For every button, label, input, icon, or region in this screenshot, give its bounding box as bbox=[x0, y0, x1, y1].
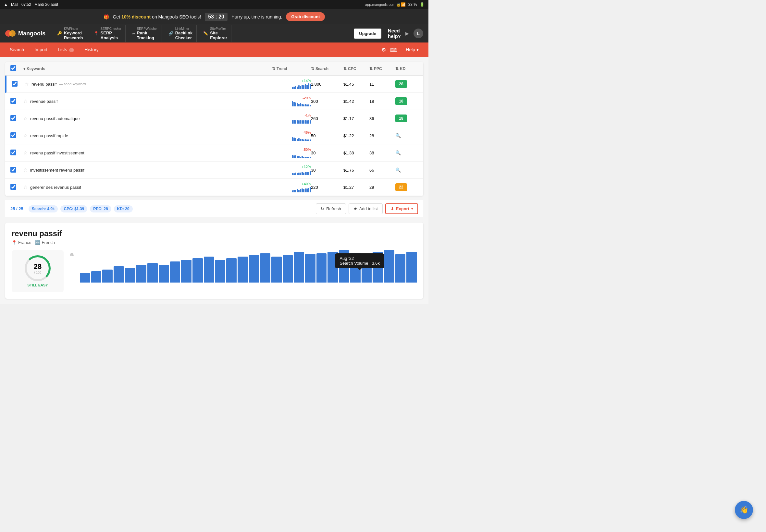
mini-bar bbox=[301, 104, 303, 106]
star-icon[interactable]: ☆ bbox=[23, 185, 28, 190]
status-bar: ▲ Mail 07:52 Mardi 20 août app.mangools.… bbox=[0, 0, 429, 9]
kd-status: STILL EASY bbox=[27, 283, 48, 287]
table-header-row: ▾ Keywords ⇅ Trend ⇅ Search ⇅ CPC ⇅ PPC … bbox=[5, 62, 423, 76]
detail-section: revenu passif 📍 France 🔤 French 28 / 100… bbox=[5, 223, 423, 299]
row-checkbox[interactable] bbox=[10, 115, 16, 121]
row-checkbox[interactable] bbox=[12, 81, 18, 87]
keyword-name: revenu passif bbox=[31, 82, 56, 87]
nav-kwfinder[interactable]: 🔑 KWFinder KeywordResearch bbox=[53, 25, 87, 42]
nav-arrow-icon[interactable]: ▶ bbox=[406, 31, 409, 36]
promo-discount: 10% discount bbox=[121, 14, 151, 19]
mini-bar bbox=[295, 103, 296, 106]
trend-cell: +14% bbox=[272, 79, 311, 89]
help-button[interactable]: Help ▾ bbox=[401, 44, 423, 55]
add-to-list-button[interactable]: ★ Add to list bbox=[348, 203, 383, 214]
nav-linkminer[interactable]: 🔗 LinkMiner BacklinkChecker bbox=[164, 25, 197, 42]
col-keywords[interactable]: ▾ Keywords bbox=[23, 67, 272, 71]
cpc-value: $1.76 bbox=[343, 168, 369, 173]
keywords-table: ▾ Keywords ⇅ Trend ⇅ Search ⇅ CPC ⇅ PPC … bbox=[5, 62, 423, 196]
detail-body: 28 / 100 STILL EASY 6k Aug '22 Search Vo… bbox=[12, 250, 417, 292]
row-checkbox[interactable] bbox=[10, 184, 16, 190]
star-icon[interactable]: ☆ bbox=[23, 133, 28, 138]
row-checkbox[interactable] bbox=[10, 98, 16, 104]
chart-bar bbox=[260, 253, 270, 283]
mini-bar bbox=[306, 85, 308, 89]
table-row: ☆ generer des revenus passif +40% 220 $1… bbox=[5, 179, 423, 196]
row-checkbox[interactable] bbox=[10, 132, 16, 138]
search-volume: 220 bbox=[311, 185, 343, 190]
sub-nav-lists[interactable]: Lists 0 bbox=[53, 44, 79, 55]
keyword-cell: ☆ generer des revenus passif bbox=[23, 185, 272, 190]
col-ppc[interactable]: ⇅ PPC bbox=[369, 67, 395, 71]
row-checkbox[interactable] bbox=[10, 167, 16, 173]
need-help-text: Needhelp? bbox=[388, 28, 401, 39]
sub-nav-search[interactable]: Search bbox=[5, 44, 29, 55]
mini-bar bbox=[297, 139, 298, 141]
sort-trend-icon: ⇅ bbox=[272, 67, 275, 71]
mini-bar bbox=[306, 172, 308, 175]
mini-bar bbox=[303, 189, 304, 192]
mini-bar bbox=[308, 188, 309, 192]
grab-discount-button[interactable]: Grab discount bbox=[286, 12, 325, 21]
star-icon[interactable]: ☆ bbox=[23, 167, 28, 173]
mini-bar bbox=[293, 173, 295, 175]
col-cpc[interactable]: ⇅ CPC bbox=[343, 67, 369, 71]
refresh-button[interactable]: ↻ Refresh bbox=[316, 203, 346, 214]
col-kd[interactable]: ⇅ KD bbox=[395, 67, 418, 71]
table-row: ☆ revenu passif — seed keyword +14% 2,80… bbox=[5, 76, 423, 93]
chart-bar bbox=[316, 253, 327, 283]
nav-siteprofiler[interactable]: ✏️ SiteProfiler SiteExplorer bbox=[199, 25, 231, 42]
keyword-name: revenu passif automatique bbox=[30, 116, 79, 121]
star-icon[interactable]: ☆ bbox=[23, 99, 28, 104]
keyword-cell: ☆ investissement revenu passif bbox=[23, 167, 272, 173]
settings-icon[interactable]: ⚙ bbox=[381, 47, 386, 53]
export-chevron-icon: ▾ bbox=[411, 207, 413, 211]
trend-cell: -29% bbox=[272, 96, 311, 106]
nav-serpwatcher[interactable]: ∞ SERPWatcher RankTracking bbox=[128, 25, 162, 42]
mini-bar bbox=[298, 156, 299, 158]
sort-cpc-icon: ⇅ bbox=[343, 67, 346, 71]
collapse-icon: ▾ bbox=[23, 67, 25, 71]
trend-minibars bbox=[292, 101, 311, 106]
row-checkbox[interactable] bbox=[10, 150, 16, 155]
star-icon[interactable]: ☆ bbox=[23, 116, 28, 121]
export-button[interactable]: ⬇ Export ▾ bbox=[385, 203, 418, 214]
trend-minibars bbox=[292, 187, 311, 192]
sub-nav-import[interactable]: Import bbox=[30, 44, 52, 55]
search-kd-icon[interactable]: 🔍 bbox=[395, 167, 401, 173]
sub-nav-history[interactable]: History bbox=[80, 44, 103, 55]
keyboard-icon[interactable]: ⌨ bbox=[390, 47, 397, 53]
chart-bar bbox=[237, 257, 248, 283]
wifi-icon: 📶 bbox=[401, 2, 406, 7]
star-icon[interactable]: ☆ bbox=[25, 81, 29, 87]
star-icon[interactable]: ☆ bbox=[23, 150, 28, 155]
search-kd-icon[interactable]: 🔍 bbox=[395, 150, 401, 155]
col-search[interactable]: ⇅ Search bbox=[311, 67, 343, 71]
serpwatcher-icon: ∞ bbox=[132, 31, 135, 36]
linkminer-icon: 🔗 bbox=[168, 31, 173, 36]
ppc-stat-badge: PPC: 28 bbox=[90, 205, 111, 212]
col-trend[interactable]: ⇅ Trend bbox=[272, 67, 311, 71]
mini-bar bbox=[298, 138, 299, 141]
promo-banner: 🎁 Get 10% discount on Mangools SEO tools… bbox=[0, 9, 429, 24]
mini-bar bbox=[306, 139, 308, 141]
location-icon: 📍 bbox=[12, 240, 17, 245]
mini-bar bbox=[300, 120, 301, 124]
sort-search-icon: ⇅ bbox=[311, 67, 314, 71]
keyword-name: revenu passif investissement bbox=[30, 151, 84, 155]
kd-number: 28 bbox=[34, 262, 42, 271]
select-all-checkbox[interactable] bbox=[10, 65, 16, 71]
user-avatar[interactable]: L bbox=[414, 29, 423, 38]
mini-bar bbox=[298, 190, 299, 192]
keyword-cell: ☆ revenu passif — seed keyword bbox=[25, 81, 272, 87]
page-count: 25 / 25 bbox=[10, 206, 23, 211]
battery: 33 % bbox=[408, 2, 417, 7]
chart-bar bbox=[125, 268, 135, 283]
mini-bar bbox=[300, 173, 301, 175]
chart-bar bbox=[192, 258, 203, 283]
upgrade-button[interactable]: Upgrade bbox=[354, 29, 381, 39]
search-kd-icon[interactable]: 🔍 bbox=[395, 133, 401, 138]
kd-stat-badge: KD: 20 bbox=[114, 205, 133, 212]
mini-bar bbox=[306, 104, 308, 106]
nav-serpchecker[interactable]: 📍 SERPChecker SERPAnalysis bbox=[90, 25, 126, 42]
